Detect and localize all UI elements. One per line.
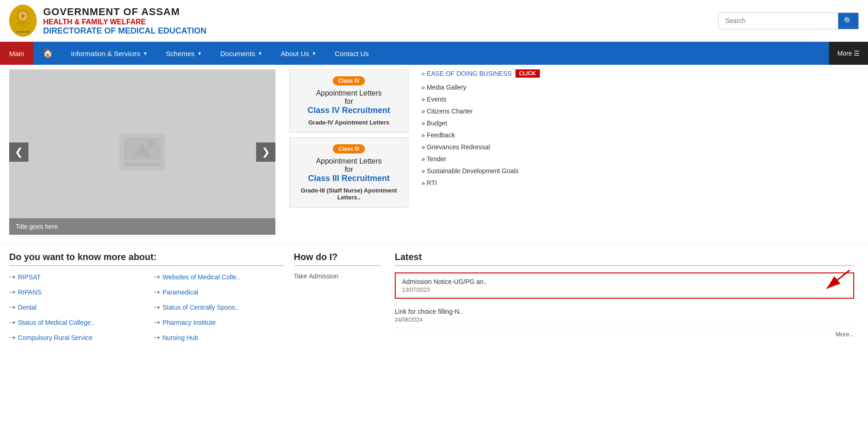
latest-item-title-0: Link for choice filling-N..	[395, 308, 854, 315]
latest-more-link[interactable]: More...	[395, 331, 854, 338]
recruit-title-line1: Appointment Letters for Class IV Recruit…	[296, 89, 402, 115]
know-link-nursing-hub[interactable]: ⇢ Nursing Hub	[154, 333, 285, 342]
chevron-down-icon: ▼	[197, 51, 202, 56]
header-left: ⚜ सत्यमेव जयते GOVERNMENT OF ASSAM HEALT…	[9, 5, 207, 37]
main-navbar: Main 🏠 Information & Services ▼ Schemes …	[0, 42, 868, 65]
chevron-down-icon: ▼	[312, 51, 316, 56]
svg-text:सत्यमेव जयते: सत्यमेव जयते	[15, 30, 31, 34]
quicklink-citizens-charter[interactable]: » Citizens Charter	[421, 105, 860, 117]
nav-more[interactable]: More ☰	[829, 42, 868, 65]
know-link-centrally-spons[interactable]: ⇢ Status of Centrally Spons..	[154, 303, 285, 312]
quicklink-sdg[interactable]: » Sustainable Development Goals	[421, 165, 860, 177]
know-link-rural-service[interactable]: ⇢ Compulsory Rural Service	[9, 333, 140, 342]
dept-subtitle1: HEALTH & FAMILY WELFARE	[43, 18, 207, 26]
quicklink-feedback[interactable]: » Feedback	[421, 129, 860, 141]
know-more-col2: ⇢ Websites of Medical Colle.. ⇢ Paramedi…	[154, 272, 285, 348]
latest-featured-date: 13/07/2023	[402, 287, 847, 293]
nav-about-us[interactable]: About Us ▼	[272, 42, 326, 65]
latest-item-0[interactable]: Link for choice filling-N.. 24/08/2024	[395, 303, 854, 328]
latest-featured-title: Admission Notice-UG/PG an..	[402, 278, 847, 285]
nav-home[interactable]: 🏠	[34, 42, 62, 65]
arrow-icon: ⇢	[9, 303, 15, 312]
svg-text:⚜: ⚜	[20, 13, 26, 20]
slider-caption: Title goes here	[9, 218, 275, 235]
latest-featured-item[interactable]: Admission Notice-UG/PG an.. 13/07/2023	[395, 272, 854, 299]
know-link-websites-medical[interactable]: ⇢ Websites of Medical Colle..	[154, 272, 285, 281]
nav-main[interactable]: Main	[0, 42, 34, 65]
know-link-dental[interactable]: ⇢ Dental	[9, 303, 140, 312]
class3-subtitle: Grade-III (Staff Nurse) Apointment Lette…	[296, 187, 402, 201]
image-slider: ❮ ❯ Title goes here	[9, 69, 275, 235]
slider-prev-button[interactable]: ❮	[9, 142, 28, 162]
arrow-icon: ⇢	[154, 288, 160, 296]
recruitment-card-class4[interactable]: Class IV Appointment Letters for Class I…	[289, 69, 409, 133]
main-content: ❮ ❯ Title goes here Class IV Appointment…	[0, 65, 868, 239]
quicklink-budget[interactable]: » Budget	[421, 117, 860, 129]
recruitment-section: Class IV Appointment Letters for Class I…	[285, 65, 413, 239]
how-do-i-section: How do I? Take Admission	[285, 252, 390, 348]
know-link-ripans[interactable]: ⇢ RIPANS	[9, 288, 140, 296]
class4-badge: Class IV	[333, 76, 365, 85]
latest-heading: Latest	[395, 252, 854, 266]
nav-schemes[interactable]: Schemes ▼	[157, 42, 211, 65]
arrow-icon: ⇢	[154, 272, 160, 281]
quicklink-grievances[interactable]: » Grievances Redressal	[421, 141, 860, 153]
svg-point-9	[147, 140, 154, 147]
chevron-down-icon: ▼	[143, 51, 147, 56]
svg-rect-10	[124, 162, 161, 167]
slider-next-button[interactable]: ❯	[256, 142, 275, 162]
site-header: ⚜ सत्यमेव जयते GOVERNMENT OF ASSAM HEALT…	[0, 0, 868, 42]
arrow-icon: ⇢	[154, 318, 160, 327]
latest-section: Latest Admission Notice-UG/PG an.. 13/07…	[390, 252, 859, 348]
class4-subtitle: Grade-IV Apointment Letters	[296, 119, 402, 126]
quicklink-events[interactable]: » Events	[421, 93, 860, 105]
quicklink-tender[interactable]: » Tender	[421, 153, 860, 165]
arrow-icon: ⇢	[9, 318, 15, 327]
know-link-ripsat[interactable]: ⇢ RIPSAT	[9, 272, 140, 281]
svg-rect-4	[18, 25, 28, 27]
svg-line-12	[827, 270, 850, 289]
know-more-section: Do you want to know more about: ⇢ RIPSAT…	[9, 252, 285, 348]
nav-info-services[interactable]: Information & Services ▼	[62, 42, 157, 65]
arrow-icon: ⇢	[9, 288, 15, 296]
quicklinks-section: » EASE OF DOING BUSINESS CLICK » Media G…	[413, 65, 868, 239]
quicklink-rti[interactable]: » RTI	[421, 177, 860, 189]
search-button[interactable]: 🔍	[838, 13, 858, 29]
class3-badge: Class III	[333, 144, 364, 153]
home-icon: 🏠	[43, 48, 53, 58]
click-badge[interactable]: CLICK	[515, 69, 540, 78]
emblem-icon: ⚜ सत्यमेव जयते	[9, 5, 37, 37]
slider-image-placeholder	[119, 134, 165, 170]
nav-documents[interactable]: Documents ▼	[211, 42, 272, 65]
know-link-medical-college[interactable]: ⇢ Status of Medical College..	[9, 318, 140, 327]
header-titles: GOVERNMENT OF ASSAM HEALTH & FAMILY WELF…	[43, 6, 207, 36]
nav-contact-us[interactable]: Contact Us	[325, 42, 378, 65]
know-more-heading: Do you want to know more about:	[9, 252, 285, 266]
arrow-icon: ⇢	[9, 272, 15, 281]
how-do-i-heading: How do I?	[294, 252, 381, 266]
recruit-title-line1: Appointment Letters for Class III Recrui…	[296, 157, 402, 183]
arrow-icon: ⇢	[154, 303, 160, 312]
class3-title-bold: Class III Recruitment	[308, 174, 390, 183]
svg-rect-3	[16, 23, 30, 24]
gov-title: GOVERNMENT OF ASSAM	[43, 6, 207, 18]
arrow-icon: ⇢	[9, 333, 15, 342]
red-arrow-indicator	[818, 266, 854, 298]
know-link-paramedical[interactable]: ⇢ Paramedical	[154, 288, 285, 296]
know-more-grid: ⇢ RIPSAT ⇢ RIPANS ⇢ Dental ⇢ Status of M…	[9, 272, 285, 348]
dept-subtitle2: DIRECTORATE OF MEDICAL EDUCATION	[43, 26, 207, 36]
know-link-pharmacy[interactable]: ⇢ Pharmacy Institute	[154, 318, 285, 327]
arrow-icon: ⇢	[154, 333, 160, 342]
know-more-col1: ⇢ RIPSAT ⇢ RIPANS ⇢ Dental ⇢ Status of M…	[9, 272, 140, 348]
latest-item-date-0: 24/08/2024	[395, 317, 854, 323]
bottom-section: Do you want to know more about: ⇢ RIPSAT…	[0, 244, 868, 356]
ease-label[interactable]: » EASE OF DOING BUSINESS	[421, 70, 512, 77]
recruitment-card-class3[interactable]: Class III Appointment Letters for Class …	[289, 137, 409, 208]
search-input[interactable]	[719, 13, 838, 28]
quicklink-media-gallery[interactable]: » Media Gallery	[421, 81, 860, 93]
howdoi-take-admission[interactable]: Take Admission	[294, 272, 381, 280]
class4-title-bold: Class IV Recruitment	[308, 106, 390, 115]
chevron-down-icon: ▼	[258, 51, 263, 56]
search-bar: 🔍	[718, 12, 859, 29]
ease-of-doing-row: » EASE OF DOING BUSINESS CLICK	[421, 69, 860, 78]
